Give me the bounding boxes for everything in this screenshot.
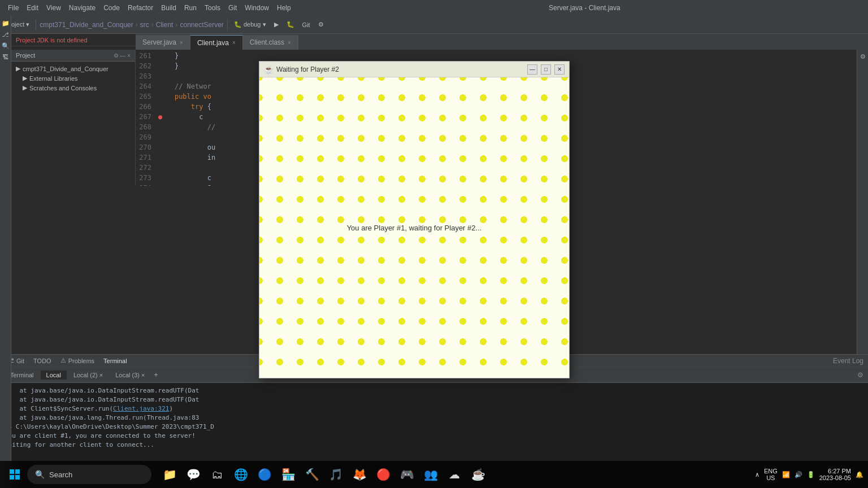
svg-rect-1: [15, 469, 20, 474]
menu-tools[interactable]: Tools: [201, 3, 224, 13]
menu-run[interactable]: Run: [181, 3, 200, 13]
term-line-1: at java.base/java.io.DataInputStream.rea…: [5, 386, 863, 395]
taskbar-battery-icon: 🔋: [807, 471, 815, 478]
dialog-message: You are Player #1, waiting for Player #2…: [347, 224, 482, 232]
taskbar-app-browser[interactable]: 🌐: [229, 463, 252, 486]
todo-tab-label: TODO: [33, 358, 51, 364]
taskbar-app-discord[interactable]: 🎮: [396, 463, 418, 486]
start-button[interactable]: [5, 464, 25, 485]
git-btn[interactable]: Git: [300, 20, 313, 29]
project-panel: Project ⚙ — × ▶ cmpt371_Divide_and_Conqu…: [11, 50, 136, 186]
menu-bar: File Edit View Navigate Code Refactor Bu…: [5, 3, 294, 13]
tree-root[interactable]: ▶ cmpt371_Divide_and_Conquer: [11, 64, 135, 73]
svg-rect-0: [10, 469, 14, 474]
tab-server-java-label: Server.java: [142, 38, 176, 46]
taskbar-chevron-up-icon[interactable]: ∧: [755, 471, 760, 478]
tab-client-java-close[interactable]: ×: [232, 40, 236, 46]
taskbar-time-display: 6:27 PM 2023-08-05: [819, 468, 851, 481]
tab-client-java-label: Client.java: [197, 39, 229, 47]
taskbar-apps: 📁 💬 🗂 🌐 🔵 🏪 🔨 🎵 🦊 🔴 🎮 👥 ☁ ☕: [158, 463, 489, 486]
term-tab-local2[interactable]: Local (2) ×: [68, 371, 108, 380]
tree-ext-icon: ▶: [23, 75, 27, 82]
project-header-label: Project: [16, 52, 35, 59]
menu-git[interactable]: Git: [225, 3, 240, 13]
tab-server-java[interactable]: Server.java ×: [136, 35, 190, 50]
dialog-body: You are Player #1, waiting for Player #2…: [259, 77, 569, 378]
term-tab-local[interactable]: Local: [41, 371, 67, 380]
taskbar-date: 2023-08-05: [819, 474, 851, 481]
bottom-tab-todo[interactable]: TODO: [31, 356, 54, 365]
dialog-maximize-btn[interactable]: □: [541, 64, 551, 75]
svg-rect-2: [10, 475, 14, 480]
separator-1: [36, 19, 36, 30]
taskbar-app-java[interactable]: ☕: [467, 463, 489, 486]
toolbar: Project ▾ cmpt371_Divide_and_Conquer › s…: [0, 16, 868, 34]
menu-refactor[interactable]: Refactor: [124, 3, 157, 13]
terminal-content: at java.base/java.io.DataInputStream.rea…: [0, 383, 868, 462]
debug-selector[interactable]: 🐛 debug ▾: [231, 20, 269, 29]
breadcrumb-project: cmpt371_Divide_and_Conquer: [40, 21, 133, 29]
sidebar-search-icon[interactable]: 🔍: [1, 41, 11, 51]
dialog-window[interactable]: ☕ Waiting for Player #2 — □ ✕ You are Pl…: [259, 61, 570, 378]
add-tab-btn[interactable]: +: [154, 371, 158, 379]
menu-navigate[interactable]: Navigate: [66, 3, 99, 13]
bottom-tab-problems[interactable]: ⚠ Problems: [58, 356, 97, 365]
tree-ext-libs[interactable]: ▶ External Libraries: [11, 73, 135, 83]
sidebar-structure-icon[interactable]: 🏗: [1, 52, 11, 62]
term-line-5: PS C:\Users\kayla\OneDrive\Desktop\Summe…: [5, 422, 863, 432]
right-tools-panel: 📷 🎥 🗂 ⚙: [857, 16, 868, 367]
terminal-settings[interactable]: ⚙: [857, 371, 863, 379]
taskbar-app-onedrive[interactable]: ☁: [443, 463, 466, 486]
taskbar-app-file-explorer[interactable]: 📁: [158, 463, 181, 486]
taskbar-app-edge[interactable]: 🔵: [253, 463, 276, 486]
dialog-title-bar: ☕ Waiting for Player #2 — □ ✕: [259, 62, 569, 77]
bottom-tab-terminal[interactable]: Terminal: [101, 356, 129, 365]
tree-scratches[interactable]: ▶ Scratches and Consoles: [11, 83, 135, 93]
settings-right-icon[interactable]: ⚙: [858, 52, 867, 61]
taskbar-app-tool[interactable]: 🔨: [301, 463, 323, 486]
tab-client-class-close[interactable]: ×: [288, 40, 291, 46]
tree-scratch-label: Scratches and Consoles: [29, 85, 97, 91]
taskbar-app-spotify[interactable]: 🎵: [324, 463, 347, 486]
menu-view[interactable]: View: [43, 3, 64, 13]
breadcrumb: cmpt371_Divide_and_Conquer › src › Clien…: [40, 21, 224, 29]
problems-tab-icon: ⚠: [60, 357, 66, 364]
taskbar-search-box[interactable]: 🔍 Search: [27, 465, 151, 484]
taskbar-app-store[interactable]: 🏪: [277, 463, 300, 486]
tab-client-class[interactable]: Client.class ×: [243, 35, 298, 50]
menu-window[interactable]: Window: [241, 3, 272, 13]
term-tab-local3[interactable]: Local (3) ×: [110, 371, 150, 380]
taskbar-search-text: Search: [49, 470, 72, 479]
menu-code[interactable]: Code: [100, 3, 123, 13]
term-line-4: at java.base/java.lang.Thread.run(Thread…: [5, 413, 863, 422]
taskbar-app-chrome[interactable]: 🔴: [372, 463, 394, 486]
menu-file[interactable]: File: [5, 3, 22, 13]
menu-build[interactable]: Build: [158, 3, 180, 13]
taskbar-wifi-icon: 📶: [782, 471, 790, 478]
taskbar-app-file-manager[interactable]: 🗂: [206, 463, 228, 486]
menu-edit[interactable]: Edit: [23, 3, 42, 13]
event-log-link[interactable]: Event Log: [833, 357, 863, 365]
dialog-close-btn[interactable]: ✕: [554, 64, 565, 75]
breadcrumb-method: connectServer: [180, 21, 223, 29]
left-sidebar: 📁 ⎇ 🔍 🏗: [0, 16, 11, 488]
taskbar-app-firefox[interactable]: 🦊: [348, 463, 371, 486]
tab-client-java[interactable]: Client.java ×: [190, 35, 243, 50]
menu-help[interactable]: Help: [274, 3, 294, 13]
run-btn[interactable]: ▶: [271, 20, 281, 29]
taskbar-app-teams[interactable]: 👥: [419, 463, 442, 486]
term-line-7: Waiting for another client to connect...: [5, 441, 863, 450]
sidebar-git-icon[interactable]: ⎇: [1, 29, 11, 40]
taskbar-notification-icon[interactable]: 🔔: [856, 471, 863, 478]
settings-icon[interactable]: ⚙: [315, 20, 327, 29]
project-header-icons: ⚙ — ×: [114, 53, 131, 59]
tab-server-java-close[interactable]: ×: [180, 40, 183, 46]
svg-rect-3: [15, 475, 20, 480]
terminal-tab-label: Terminal: [103, 358, 127, 364]
expand-icon: ▶: [16, 65, 20, 72]
sidebar-project-icon[interactable]: 📁: [1, 18, 11, 28]
debug-btn[interactable]: 🐛: [284, 20, 297, 29]
dialog-minimize-btn[interactable]: —: [527, 64, 537, 75]
taskbar-app-chat[interactable]: 💬: [182, 463, 205, 486]
tree-scratch-icon: ▶: [23, 84, 27, 91]
